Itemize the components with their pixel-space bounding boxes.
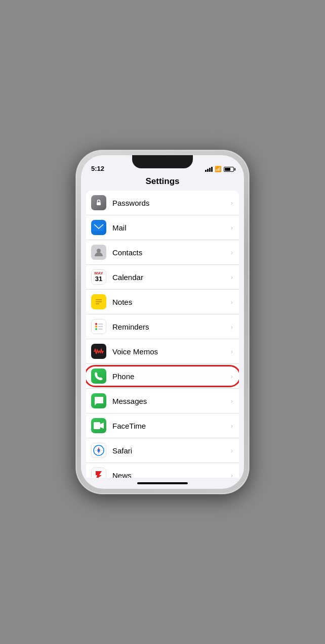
- svg-rect-13: [94, 422, 100, 429]
- settings-row-facetime[interactable]: FaceTime›: [86, 413, 239, 438]
- settings-list[interactable]: Passwords›Mail›Contacts›MAY31Calendar›No…: [81, 191, 244, 478]
- facetime-app-icon: [91, 418, 106, 433]
- svg-rect-0: [97, 202, 101, 205]
- messages-chevron: ›: [231, 397, 233, 405]
- reminders-app-icon: [91, 319, 106, 334]
- voicememos-app-icon: [91, 344, 106, 359]
- contacts-app-icon: [91, 245, 106, 260]
- settings-row-safari[interactable]: Safari›: [86, 438, 239, 463]
- notes-app-icon: [91, 294, 106, 309]
- settings-row-notes[interactable]: Notes›: [86, 290, 239, 314]
- calendar-label: Calendar: [112, 273, 231, 282]
- voicememos-label: Voice Memos: [112, 347, 231, 356]
- battery-icon: [224, 167, 234, 172]
- news-label: News: [112, 471, 231, 478]
- passwords-chevron: ›: [231, 199, 233, 207]
- home-indicator: [81, 478, 244, 489]
- status-time: 5:12: [91, 165, 104, 172]
- notes-chevron: ›: [231, 298, 233, 306]
- settings-row-news[interactable]: News›: [86, 463, 239, 478]
- page-title: Settings: [81, 174, 244, 191]
- safari-label: Safari: [112, 446, 231, 455]
- mail-label: Mail: [112, 223, 231, 232]
- calendar-chevron: ›: [231, 273, 233, 281]
- reminders-label: Reminders: [112, 323, 231, 331]
- status-icons: 📶: [205, 166, 234, 172]
- settings-row-voicememos[interactable]: Voice Memos›: [86, 339, 239, 364]
- voicememos-chevron: ›: [231, 348, 233, 355]
- settings-row-mail[interactable]: Mail›: [86, 215, 239, 240]
- settings-section-main: Passwords›Mail›Contacts›MAY31Calendar›No…: [86, 191, 239, 478]
- mail-chevron: ›: [231, 224, 233, 232]
- svg-point-9: [95, 328, 97, 330]
- phone-chevron: ›: [231, 373, 233, 380]
- reminders-chevron: ›: [231, 323, 233, 331]
- svg-point-8: [95, 326, 97, 328]
- settings-row-calendar[interactable]: MAY31Calendar›: [86, 265, 239, 290]
- notes-label: Notes: [112, 298, 231, 306]
- home-bar: [137, 482, 188, 484]
- phone-frame: 5:12 📶 Settings Passwords›Mail›Contacts›…: [76, 150, 249, 494]
- phone-app-icon: [91, 369, 106, 384]
- contacts-chevron: ›: [231, 249, 233, 256]
- safari-chevron: ›: [231, 447, 233, 454]
- calendar-app-icon: MAY31: [91, 269, 106, 285]
- svg-point-2: [97, 249, 101, 253]
- settings-row-phone[interactable]: Phone›: [86, 364, 239, 389]
- notch: [132, 155, 193, 168]
- safari-app-icon: [91, 443, 106, 458]
- svg-point-7: [95, 323, 97, 325]
- settings-row-passwords[interactable]: Passwords›: [86, 191, 239, 215]
- passwords-label: Passwords: [112, 199, 231, 207]
- phone-screen: 5:12 📶 Settings Passwords›Mail›Contacts›…: [81, 155, 244, 489]
- settings-row-reminders[interactable]: Reminders›: [86, 314, 239, 339]
- signal-icon: [205, 167, 213, 172]
- facetime-label: FaceTime: [112, 422, 231, 430]
- passwords-app-icon: [91, 195, 106, 210]
- messages-app-icon: [91, 393, 106, 408]
- facetime-chevron: ›: [231, 422, 233, 430]
- mail-app-icon: [91, 220, 106, 235]
- wifi-icon: 📶: [215, 166, 222, 172]
- news-chevron: ›: [231, 472, 233, 478]
- messages-label: Messages: [112, 397, 231, 405]
- settings-row-messages[interactable]: Messages›: [86, 389, 239, 413]
- news-app-icon: [91, 468, 106, 478]
- phone-label: Phone: [112, 372, 231, 381]
- contacts-label: Contacts: [112, 248, 231, 257]
- settings-row-contacts[interactable]: Contacts›: [86, 240, 239, 265]
